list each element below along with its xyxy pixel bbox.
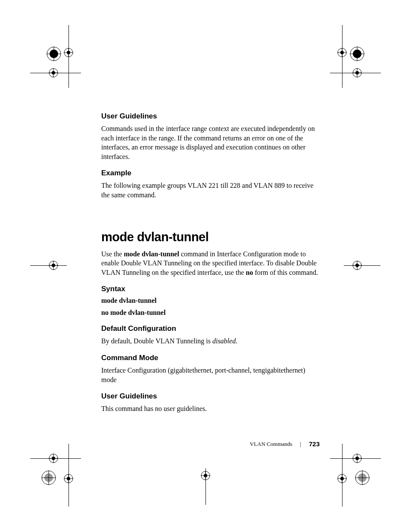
body-default-config: By default, Double VLAN Tunneling is dis… (101, 336, 319, 346)
no-keyword: no (246, 269, 253, 276)
text-italic: disabled (212, 337, 236, 345)
text: . (236, 337, 237, 345)
text: Use the (101, 250, 124, 258)
page-footer: VLAN Commands | 723 (250, 440, 320, 448)
registration-mark-icon (352, 454, 362, 463)
footer-section-name: VLAN Commands (250, 441, 293, 448)
footer-separator: | (300, 441, 301, 448)
heading-syntax: Syntax (101, 285, 319, 293)
syntax-line: no mode dvlan-tunnel (101, 309, 319, 317)
registration-mark-icon (352, 261, 362, 270)
text: form of this command. (253, 269, 318, 276)
registration-mark-icon (201, 471, 210, 480)
registration-mark-icon (41, 470, 56, 485)
heading-user-guidelines: User Guidelines (101, 112, 319, 121)
text: By default, Double VLAN Tunneling is (101, 337, 212, 345)
body-user-guidelines: Commands used in the interface range con… (101, 124, 319, 161)
body-command-intro: Use the mode dvlan-tunnel command in Int… (101, 249, 319, 277)
command-name: mode dvlan-tunnel (124, 250, 179, 258)
body-command-mode: Interface Configuration (gigabitethernet… (101, 366, 319, 384)
section-title: mode dvlan-tunnel (101, 230, 319, 244)
heading-command-mode: Command Mode (101, 354, 319, 362)
crop-mark (344, 265, 380, 266)
syntax-line: mode dvlan-tunnel (101, 297, 319, 305)
heading-user-guidelines-2: User Guidelines (101, 392, 319, 401)
registration-mark-icon (337, 48, 347, 57)
heading-example: Example (101, 169, 319, 177)
registration-mark-icon (64, 48, 73, 57)
page: User Guidelines Commands used in the int… (0, 0, 411, 532)
heading-default-config: Default Configuration (101, 324, 319, 333)
registration-mark-icon (64, 474, 73, 483)
body-user-guidelines-2: This command has no user guidelines. (101, 404, 319, 414)
registration-mark-icon (355, 470, 370, 485)
registration-mark-icon (49, 68, 58, 78)
footer-page-number: 723 (309, 440, 320, 448)
registration-mark-icon (350, 47, 364, 61)
content-area: User Guidelines Commands used in the int… (101, 112, 319, 421)
body-example: The following example groups VLAN 221 ti… (101, 181, 319, 199)
registration-mark-icon (47, 47, 61, 61)
registration-mark-icon (49, 454, 58, 463)
registration-mark-icon (49, 261, 58, 270)
registration-mark-icon (337, 474, 347, 483)
registration-mark-icon (352, 68, 362, 78)
